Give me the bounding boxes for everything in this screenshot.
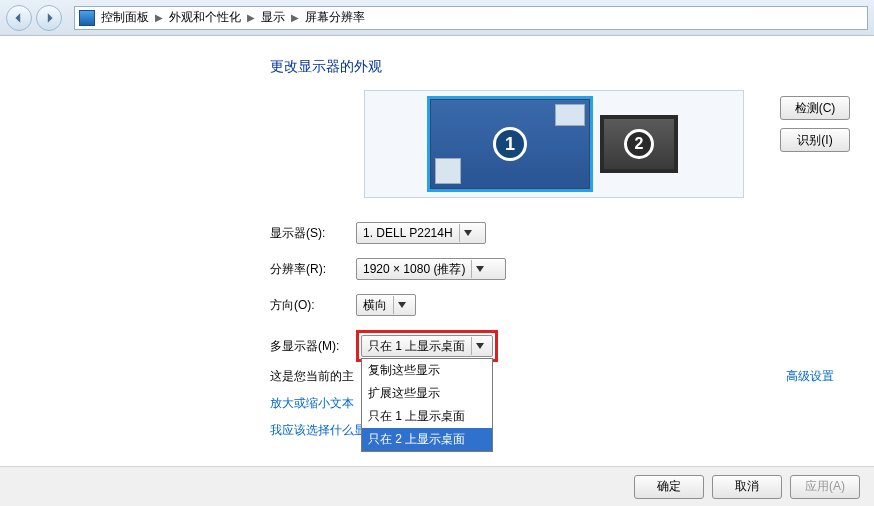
- breadcrumb-separator-icon: ▶: [247, 12, 255, 23]
- arrow-right-icon: [43, 12, 55, 24]
- settings-form: 显示器(S): 1. DELL P2214H 分辨率(R): 1920 × 10…: [270, 222, 854, 439]
- breadcrumb-separator-icon: ▶: [155, 12, 163, 23]
- orientation-label: 方向(O):: [270, 297, 356, 314]
- advanced-settings-link[interactable]: 高级设置: [786, 368, 854, 385]
- resolution-label: 分辨率(R):: [270, 261, 356, 278]
- chevron-down-icon: [393, 296, 410, 314]
- breadcrumb-item[interactable]: 外观和个性化: [169, 9, 241, 26]
- cancel-button[interactable]: 取消: [712, 475, 782, 499]
- chevron-down-icon: [471, 337, 488, 355]
- chevron-down-icon: [471, 260, 488, 278]
- multi-display-options: 复制这些显示 扩展这些显示 只在 1 上显示桌面 只在 2 上显示桌面: [361, 358, 493, 452]
- primary-display-text: 这是您当前的主: [270, 368, 354, 385]
- orientation-value: 横向: [363, 297, 387, 314]
- preview-row: 1 2 检测(C) 识别(I): [270, 90, 854, 198]
- display-label: 显示器(S):: [270, 225, 356, 242]
- breadcrumb-item[interactable]: 显示: [261, 9, 285, 26]
- content-area: 更改显示器的外观 1 2 检测(C) 识别(I) 显示器(S):: [0, 36, 874, 466]
- multi-display-value: 只在 1 上显示桌面: [368, 338, 465, 355]
- navigation-bar: 控制面板 ▶ 外观和个性化 ▶ 显示 ▶ 屏幕分辨率: [0, 0, 874, 36]
- multi-option-show-1[interactable]: 只在 1 上显示桌面: [362, 405, 492, 428]
- left-spacer-pane: [0, 36, 250, 466]
- display-dropdown[interactable]: 1. DELL P2214H: [356, 222, 486, 244]
- orientation-dropdown[interactable]: 横向: [356, 294, 416, 316]
- monitor-1[interactable]: 1: [430, 99, 590, 189]
- monitor-2-badge: 2: [624, 129, 654, 159]
- footer-bar: 确定 取消 应用(A): [0, 466, 874, 506]
- page-title: 更改显示器的外观: [270, 58, 854, 76]
- identify-button[interactable]: 识别(I): [780, 128, 850, 152]
- ok-button[interactable]: 确定: [634, 475, 704, 499]
- highlight-box: 只在 1 上显示桌面 复制这些显示 扩展这些显示 只在 1 上显示桌面 只在 2…: [356, 330, 498, 362]
- detect-button[interactable]: 检测(C): [780, 96, 850, 120]
- multi-display-label: 多显示器(M):: [270, 338, 356, 355]
- breadcrumb-item[interactable]: 屏幕分辨率: [305, 9, 365, 26]
- address-bar[interactable]: 控制面板 ▶ 外观和个性化 ▶ 显示 ▶ 屏幕分辨率: [74, 6, 868, 30]
- main-pane: 更改显示器的外观 1 2 检测(C) 识别(I) 显示器(S):: [250, 36, 874, 466]
- monitor-2[interactable]: 2: [600, 115, 678, 173]
- apply-button[interactable]: 应用(A): [790, 475, 860, 499]
- breadcrumb-item[interactable]: 控制面板: [101, 9, 149, 26]
- resolution-value: 1920 × 1080 (推荐): [363, 261, 465, 278]
- multi-option-show-2[interactable]: 只在 2 上显示桌面: [362, 428, 492, 451]
- multi-option-duplicate[interactable]: 复制这些显示: [362, 359, 492, 382]
- breadcrumb-separator-icon: ▶: [291, 12, 299, 23]
- multi-option-extend[interactable]: 扩展这些显示: [362, 382, 492, 405]
- chevron-down-icon: [459, 224, 476, 242]
- monitor-1-window-icon: [555, 104, 585, 126]
- resolution-dropdown[interactable]: 1920 × 1080 (推荐): [356, 258, 506, 280]
- monitor-preview-box[interactable]: 1 2: [364, 90, 744, 198]
- multi-display-dropdown[interactable]: 只在 1 上显示桌面 复制这些显示 扩展这些显示 只在 1 上显示桌面 只在 2…: [361, 335, 493, 357]
- back-button[interactable]: [6, 5, 32, 31]
- monitor-1-window-icon: [435, 158, 461, 184]
- display-value: 1. DELL P2214H: [363, 226, 453, 240]
- arrow-left-icon: [13, 12, 25, 24]
- control-panel-icon: [79, 10, 95, 26]
- preview-side-buttons: 检测(C) 识别(I): [780, 90, 854, 152]
- text-size-link[interactable]: 放大或缩小文本: [270, 396, 354, 410]
- forward-button[interactable]: [36, 5, 62, 31]
- monitor-1-badge: 1: [493, 127, 527, 161]
